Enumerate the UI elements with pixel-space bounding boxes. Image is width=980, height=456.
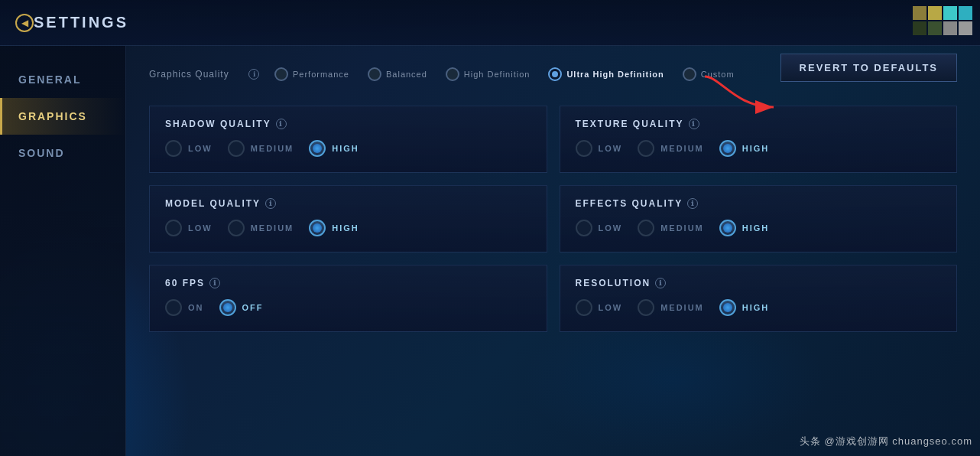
shadow-high[interactable]: HIGH [309,140,359,157]
settings-grid: SHADOW QUALITY ℹ LOW MEDIUM HIGH [149,106,957,332]
effects-quality-card: EFFECTS QUALITY ℹ LOW MEDIUM HIGH [560,185,958,252]
resolution-info-icon: ℹ [655,278,666,288]
quality-label-custom: Custom [701,70,735,79]
model-quality-options: LOW MEDIUM HIGH [165,220,531,236]
shadow-high-label: HIGH [332,144,359,153]
quality-label-balanced: Balanced [386,70,427,79]
quality-label-high-def: High Definition [464,70,531,79]
texture-high-radio [719,140,736,157]
fps-info-icon: ℹ [209,278,220,288]
fps-on[interactable]: ON [165,299,204,316]
quality-radio-custom [683,67,696,81]
fps-off-label: OFF [242,303,264,312]
resolution-title: RESOLUTION ℹ [576,278,942,288]
effects-medium-label: MEDIUM [660,223,704,233]
shadow-quality-card: SHADOW QUALITY ℹ LOW MEDIUM HIGH [149,106,547,173]
main-content: Graphics Quality ℹ Performance Balanced … [126,46,980,456]
resolution-card: RESOLUTION ℹ LOW MEDIUM HIGH [560,265,958,332]
texture-medium[interactable]: MEDIUM [638,140,704,157]
back-button[interactable]: ◀ [15,14,34,32]
texture-medium-radio [638,140,654,157]
swatch-5 [913,21,926,35]
quality-radio-performance [274,67,288,81]
page-title: SETTINGS [34,14,128,31]
fps-title: 60 FPS ℹ [165,278,531,288]
model-high[interactable]: HIGH [309,220,359,236]
model-low-radio [165,220,182,236]
texture-medium-label: MEDIUM [660,144,704,153]
texture-quality-card: TEXTURE QUALITY ℹ LOW MEDIUM HIGH [560,106,958,173]
resolution-low[interactable]: LOW [576,299,623,316]
effects-high[interactable]: HIGH [719,220,770,236]
resolution-high-radio [719,299,736,316]
effects-high-label: HIGH [742,223,770,233]
fps-on-radio [165,299,182,316]
graphics-quality-info-icon: ℹ [248,69,259,80]
effects-quality-info-icon: ℹ [687,198,698,209]
quality-label-ultra-hd: Ultra High Definition [566,70,664,79]
resolution-medium[interactable]: MEDIUM [638,299,704,316]
sidebar-item-sound[interactable]: SOUND [0,135,125,171]
model-high-radio [309,220,326,236]
swatch-7 [943,21,957,35]
swatch-1 [913,6,926,20]
effects-medium-radio [638,220,654,236]
quality-option-high-def[interactable]: High Definition [446,67,531,81]
texture-quality-title: TEXTURE QUALITY ℹ [576,119,942,129]
swatch-2 [928,6,942,20]
graphics-quality-options: Performance Balanced High Definition Ult… [274,67,735,81]
quality-option-balanced[interactable]: Balanced [368,67,427,81]
header: ◀ SETTINGS [0,0,980,46]
quality-option-ultra-hd[interactable]: Ultra High Definition [548,67,664,81]
shadow-low[interactable]: LOW [165,140,213,157]
swatch-3 [943,6,957,20]
model-quality-info-icon: ℹ [265,198,276,209]
effects-low-radio [576,220,592,236]
model-medium-radio [228,220,245,236]
color-swatches [913,6,972,35]
revert-defaults-button[interactable]: REVERT TO DEFAULTS [780,54,957,82]
shadow-medium-label: MEDIUM [251,144,294,153]
quality-radio-balanced [368,67,381,81]
sidebar-item-graphics[interactable]: GRAPHICS [0,98,125,135]
resolution-high-label: HIGH [742,303,770,312]
effects-quality-options: LOW MEDIUM HIGH [576,220,942,236]
swatch-6 [928,21,942,35]
quality-radio-high-def [446,67,459,81]
texture-high-label: HIGH [742,144,770,153]
effects-high-radio [719,220,736,236]
graphics-quality-label: Graphics Quality [149,69,233,80]
fps-on-label: ON [188,303,204,312]
quality-option-custom[interactable]: Custom [683,67,735,81]
model-medium[interactable]: MEDIUM [228,220,294,236]
quality-label-performance: Performance [293,70,349,79]
resolution-options: LOW MEDIUM HIGH [576,299,942,316]
texture-low-radio [576,140,592,157]
fps-off-radio [219,299,236,316]
sidebar-item-general[interactable]: GENERAL [0,61,125,98]
swatch-8 [959,21,972,35]
fps-card: 60 FPS ℹ ON OFF [149,265,547,332]
texture-low-label: LOW [599,144,623,153]
shadow-quality-title: SHADOW QUALITY ℹ [165,119,531,129]
quality-option-performance[interactable]: Performance [274,67,349,81]
texture-quality-options: LOW MEDIUM HIGH [576,140,942,157]
effects-medium[interactable]: MEDIUM [638,220,704,236]
fps-options: ON OFF [165,299,531,316]
watermark: 头条 @游戏创游网 chuangseo.com [800,435,972,448]
resolution-low-label: LOW [599,303,623,312]
shadow-low-label: LOW [188,144,213,153]
effects-low[interactable]: LOW [576,220,623,236]
texture-high[interactable]: HIGH [719,140,770,157]
model-low[interactable]: LOW [165,220,213,236]
resolution-low-radio [576,299,592,316]
fps-off[interactable]: OFF [219,299,264,316]
texture-low[interactable]: LOW [576,140,623,157]
shadow-medium[interactable]: MEDIUM [228,140,294,157]
effects-quality-title: EFFECTS QUALITY ℹ [576,198,942,209]
resolution-high[interactable]: HIGH [719,299,770,316]
shadow-high-radio [309,140,326,157]
shadow-quality-info-icon: ℹ [276,119,287,129]
quality-radio-ultra-hd [548,67,562,81]
back-arrow-icon: ◀ [15,14,34,32]
